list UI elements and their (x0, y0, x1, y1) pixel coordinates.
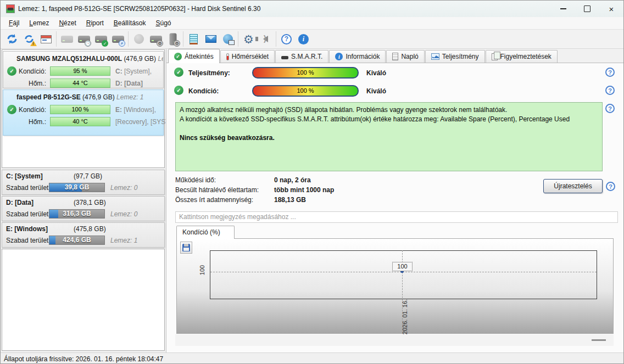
tab-overview[interactable]: ✓Áttekintés (168, 49, 220, 63)
log-notepad-icon[interactable] (185, 31, 202, 47)
close-button[interactable]: × (599, 1, 623, 17)
free-space-label: Szabad terület (6, 210, 48, 218)
disk-size: (476,9 GB) (82, 93, 115, 101)
disk-item-samsung[interactable]: SAMSUNG MZALQ512HALU-000L (476,9 GB) Lem… (3, 51, 164, 88)
disk-schedule-icon[interactable]: 🕒 (75, 31, 92, 47)
title-bar: Lemez: 1, faspeed P8-512G-SE [SCRW250812… (1, 1, 623, 17)
chart-x-tick: 2026. 01. 16. (402, 295, 408, 339)
info-icon[interactable]: i (295, 31, 312, 47)
free-space-value: 316,3 GB (49, 210, 104, 218)
info-icon: i (335, 53, 343, 60)
lifetime-label: Becsült hátralévő élettartam: (175, 186, 259, 194)
chart-point-label: 100 (392, 262, 413, 271)
help-icon[interactable]: ? (605, 86, 615, 95)
disk-list: SAMSUNG MZALQ512HALU-000L (476,9 GB) Lem… (2, 49, 165, 168)
tab-temperature[interactable]: Hőmérséklet (220, 50, 275, 63)
chart-tab-health[interactable]: Kondíció (%) (176, 226, 235, 239)
disk-hardware-icon[interactable]: ⚙ (164, 31, 181, 47)
partitions-line: [Recovery], [SYSTEM (115, 118, 166, 126)
toolbar-separator (128, 31, 129, 47)
help-icon[interactable]: ? (605, 104, 615, 113)
help-icon[interactable]: ? (606, 182, 615, 191)
power-on-time-label: Működési idő: (175, 176, 216, 184)
tab-performance[interactable]: Teljesítmény (425, 50, 485, 63)
save-chart-button[interactable] (180, 242, 192, 254)
main-panel: ✓Áttekintés Hőmérséklet S.M.A.R.T. iInfo… (166, 49, 624, 352)
disk-analyze-icon[interactable]: ⌕ (109, 31, 126, 47)
health-chart: 100 100 2026. 01. 16. (176, 238, 614, 334)
partition-item-e[interactable]: E: [Windows] (475,8 GB) Szabad terület 4… (2, 222, 165, 248)
disk-detect-icon[interactable] (58, 31, 75, 47)
health-gauge: 100 % (252, 85, 359, 97)
tab-label: Áttekintés (185, 53, 214, 60)
chart-scrollbar-thumb[interactable] (592, 339, 606, 341)
tab-label: Információk (346, 53, 380, 60)
toolbar-separator (183, 31, 183, 47)
chart-scrollbar[interactable] (175, 334, 614, 346)
partition-item-c[interactable]: C: [System] (97,7 GB) Szabad terület 39,… (2, 170, 165, 195)
retest-button[interactable]: Újratesztelés (543, 179, 603, 193)
free-space-bar: 39,8 GB (49, 183, 105, 192)
refresh-icon[interactable] (3, 31, 20, 47)
tab-label: Hőmérséklet (232, 53, 269, 60)
tab-smart[interactable]: S.M.A.R.T. (275, 50, 328, 63)
performance-rating: Kiváló (366, 69, 386, 77)
partition-item-d[interactable]: D: [Data] (378,1 GB) Szabad terület 316,… (2, 196, 165, 221)
partition-size: (475,8 GB) (74, 225, 106, 233)
health-ok-icon: ✓ (174, 86, 183, 95)
settings-gear-icon[interactable]: ⚙ (240, 31, 257, 47)
page-icon (392, 53, 398, 60)
disk-name: faspeed P8-512G-SE (16, 93, 81, 101)
partition-size: (97,7 GB) (74, 172, 102, 180)
health-rating: Kiváló (366, 87, 386, 95)
chart-icon (431, 53, 439, 60)
disk-tools-icon[interactable]: ⚙ (147, 31, 164, 47)
chart-y-tick: 100 (199, 262, 205, 278)
partition-name: C: [System] (6, 172, 43, 180)
app-window: Lemez: 1, faspeed P8-512G-SE [SCRW250812… (0, 0, 624, 364)
tab-warnings[interactable]: Figyelmeztetések (486, 50, 558, 63)
email-icon[interactable] (202, 31, 219, 47)
sound-icon[interactable] (257, 31, 274, 47)
menu-view[interactable]: Nézet (54, 18, 81, 28)
maximize-button[interactable] (575, 1, 599, 17)
free-space-bar: 424,6 GB (49, 236, 105, 245)
thermometer-icon (226, 53, 229, 60)
disk-sidebar: SAMSUNG MZALQ512HALU-000L (476,9 GB) Lem… (1, 49, 166, 352)
check-icon: ✓ (174, 53, 182, 60)
power-on-time-value: 0 nap, 2 óra (274, 176, 311, 184)
help-icon[interactable]: ? (605, 68, 615, 77)
help-icon[interactable]: ? (278, 31, 295, 47)
tab-label: Figyelmeztetések (500, 53, 551, 60)
tab-log[interactable]: Napló (386, 50, 424, 63)
partition-name: E: [Windows] (6, 225, 48, 233)
disk-item-faspeed[interactable]: faspeed P8-512G-SE (476,9 GB) Lemez: 1 ✓… (3, 89, 164, 136)
status-conclusion: Nincs szükség beavatkozásra. (180, 133, 598, 143)
comment-input[interactable]: Kattintson megjegyzés megadásához ... (175, 211, 618, 223)
health-mini-gauge: 100 % (50, 105, 110, 114)
menu-disk[interactable]: Lemez (24, 18, 54, 28)
free-space-value: 424,6 GB (49, 236, 104, 244)
performance-gauge: 100 % (252, 67, 359, 79)
toolbar-separator (276, 31, 276, 47)
disk-icon (281, 56, 288, 59)
tab-information[interactable]: iInformációk (329, 50, 386, 63)
network-icon[interactable] (219, 31, 236, 47)
disk-accept-icon[interactable]: ✓ (92, 31, 109, 47)
window-title: Lemez: 1, faspeed P8-512G-SE [SCRW250812… (18, 5, 260, 13)
tab-label: S.M.A.R.T. (291, 53, 322, 60)
health-mini-gauge: 95 % (50, 66, 110, 76)
report-window-icon[interactable] (37, 31, 54, 47)
disk-number: Lemez: 0 (158, 55, 163, 63)
menu-help[interactable]: Súgó (151, 18, 176, 28)
toolbar-separator (56, 31, 57, 47)
menu-report[interactable]: Riport (81, 18, 109, 28)
toolbar-separator (238, 31, 238, 47)
free-space-label: Szabad terület (6, 237, 48, 244)
health-label: Kondíció: (3, 106, 46, 114)
surface-globe-icon[interactable] (130, 31, 147, 47)
menu-file[interactable]: Fájl (4, 18, 24, 28)
minimize-button[interactable] (551, 1, 575, 17)
menu-settings[interactable]: Beállítások (109, 18, 151, 28)
refresh-warning-icon[interactable] (20, 31, 37, 47)
